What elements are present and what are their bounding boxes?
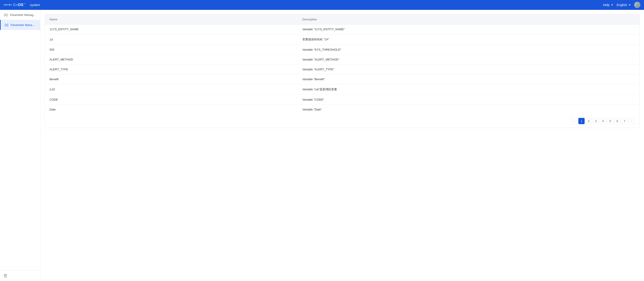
cell-name: ALERT_TYPE (45, 64, 298, 74)
table-row[interactable]: CAT Variable "cat"是新增的变量 (45, 84, 639, 95)
cell-description: 变量描述哈哈哈 "1A" (298, 34, 639, 45)
navbar-left: EnOS™ system (4, 3, 40, 7)
cell-description: Variable "Date" (298, 105, 639, 114)
pagination-next[interactable]: › (628, 118, 635, 124)
pagination: ‹ 1 2 3 4 5 6 7 › (45, 114, 639, 128)
table-row[interactable]: 11YS_ENTITY_NAME Variable "11YS_ENTITY_N… (45, 24, 639, 34)
cell-description: Variable "ALERT_TYPE" (298, 64, 639, 74)
pagination-page-4[interactable]: 4 (600, 118, 606, 124)
pagination-page-7[interactable]: 7 (621, 118, 628, 124)
cell-name: CAT (45, 84, 298, 95)
parameter-manage-1-icon: {x} (4, 12, 8, 17)
table-row[interactable]: 1A 变量描述哈哈哈 "1A" (45, 34, 639, 45)
cell-name: ALERT_METHOD (45, 55, 298, 64)
cell-description: Variable "ALERT_METHOD" (298, 55, 639, 64)
parameter-table-container: Name Description 11YS_ENTITY_NAME Variab… (45, 14, 640, 128)
sidebar-item-label-1: Parameter Manag... (10, 13, 36, 16)
sidebar-item-label-2: Parameter Manage... (10, 23, 36, 27)
help-button[interactable]: Help (603, 3, 613, 7)
cell-description: Variable "Benefit" (298, 74, 639, 84)
pagination-page-2[interactable]: 2 (586, 118, 592, 124)
logo-en: En (13, 3, 18, 7)
sidebar: {x} Parameter Manag... {x} Parameter Man… (0, 10, 40, 281)
pagination-page-5[interactable]: 5 (607, 118, 613, 124)
pagination-page-3[interactable]: 3 (593, 118, 599, 124)
pagination-page-1[interactable]: 1 (578, 118, 584, 124)
parameter-manage-2-icon: {x} (4, 23, 9, 27)
table-header-row: Name Description (45, 14, 639, 24)
sidebar-item-parameter-manage-1[interactable]: {x} Parameter Manag... (0, 10, 40, 20)
main-content: Name Description 11YS_ENTITY_NAME Variab… (40, 10, 644, 281)
cell-name: Date (45, 105, 298, 114)
cell-description: Variable "11YS_ENTITY_NAME" (298, 24, 639, 34)
pagination-page-6[interactable]: 6 (614, 118, 620, 124)
logo-dot-4 (9, 4, 10, 6)
cell-description: Variable "SYS_THRESHOLD" (298, 45, 639, 55)
pagination-prev[interactable]: ‹ (571, 118, 578, 124)
table-row[interactable]: CODE Variable "CODE" (45, 95, 639, 105)
logo-dots (4, 4, 12, 6)
table-row[interactable]: ALERT_TYPE Variable "ALERT_TYPE" (45, 64, 639, 74)
table-row[interactable]: Benefit Variable "Benefit" (45, 74, 639, 84)
cell-description: Variable "CODE" (298, 95, 639, 105)
cell-name: 11YS_ENTITY_NAME (45, 24, 298, 34)
cell-name: 555 (45, 45, 298, 55)
cell-name: Benefit (45, 74, 298, 84)
cell-name: CODE (45, 95, 298, 105)
logo: EnOS™ (4, 3, 26, 7)
logo-dot-3 (7, 4, 8, 6)
table-row[interactable]: ALERT_METHOD Variable "ALERT_METHOD" (45, 55, 639, 64)
sidebar-menu-icon[interactable]: ☰ (4, 274, 36, 278)
parameter-table: Name Description 11YS_ENTITY_NAME Variab… (45, 14, 639, 114)
table-header: Name Description (45, 14, 639, 24)
avatar-image (634, 2, 640, 8)
help-label: Help (603, 3, 610, 7)
column-header-description: Description (298, 14, 639, 24)
navbar: EnOS™ system Help English (0, 0, 644, 10)
column-header-name: Name (45, 14, 298, 24)
sidebar-bottom: ☰ (0, 270, 40, 281)
cell-name: 1A (45, 34, 298, 45)
navbar-system-title: system (30, 3, 40, 7)
table-body: 11YS_ENTITY_NAME Variable "11YS_ENTITY_N… (45, 24, 639, 114)
logo-dot-5 (11, 4, 12, 6)
logo-dot-1 (4, 4, 5, 6)
language-selector[interactable]: English (617, 3, 630, 7)
user-avatar[interactable] (634, 2, 640, 8)
navbar-right: Help English (603, 2, 640, 8)
help-chevron-icon (611, 4, 613, 6)
logo-os: OS (18, 3, 23, 7)
logo-dot-2 (5, 4, 7, 6)
logo-text: EnOS™ (13, 3, 26, 7)
table-row[interactable]: 555 Variable "SYS_THRESHOLD" (45, 45, 639, 55)
table-row[interactable]: Date Variable "Date" (45, 105, 639, 114)
cell-description: Variable "cat"是新增的变量 (298, 84, 639, 95)
lang-label: English (617, 3, 627, 7)
lang-chevron-icon (629, 4, 630, 6)
sidebar-item-parameter-manage-2[interactable]: {x} Parameter Manage... (0, 20, 40, 30)
